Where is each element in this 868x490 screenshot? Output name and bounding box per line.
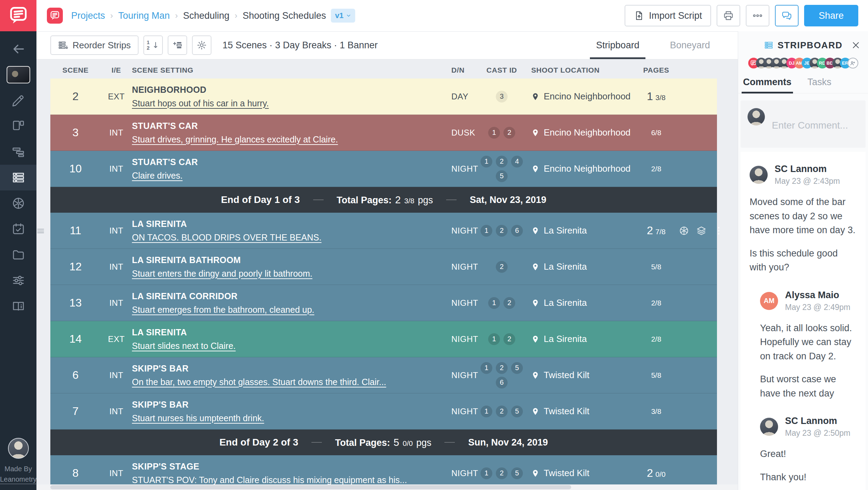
column-header-cast-id: CAST ID bbox=[477, 66, 526, 74]
scene-description-link[interactable]: Stuart slides next to Claire. bbox=[132, 341, 236, 351]
sidebar-item-back[interactable] bbox=[0, 36, 36, 62]
total-pages-label: Total Pages: bbox=[337, 195, 392, 206]
map-pin-icon bbox=[531, 298, 540, 308]
topbar: Projects›Touring Man›Scheduling›Shooting… bbox=[36, 0, 868, 32]
scene-number: 7 bbox=[50, 405, 101, 418]
sidebar-item-camera[interactable] bbox=[0, 190, 36, 216]
sidebar-item-stripboard[interactable] bbox=[0, 165, 36, 190]
print-button[interactable] bbox=[717, 5, 740, 26]
scene-description-link[interactable]: Stuart nurses his umpteenth drink. bbox=[132, 413, 264, 423]
scene-description-link[interactable]: ON TACOS. BLOOD DRIPS OVER THE BEANS. bbox=[132, 232, 322, 243]
share-button[interactable]: Share bbox=[804, 5, 858, 26]
comment-author-name: SC Lannom bbox=[785, 416, 850, 426]
horizontal-scrollbar bbox=[36, 484, 738, 490]
scene-strip-row[interactable]: 2EXTNEIGHBORHOODStuart hops out of his c… bbox=[50, 79, 717, 115]
breadcrumb-item[interactable]: Scheduling bbox=[183, 10, 229, 21]
cast-id-cell: 2 bbox=[477, 261, 526, 273]
pages-cell: 3/8 bbox=[634, 407, 679, 416]
sidebar-item-calendar[interactable] bbox=[0, 216, 36, 242]
share-label: Share bbox=[819, 10, 844, 21]
scene-description-link[interactable]: On the bar, two empty shot glasses. Stua… bbox=[132, 377, 386, 387]
scene-description-link[interactable]: Stuart hops out of his car in a hurry. bbox=[132, 98, 269, 108]
pages-cell: 13/8 bbox=[634, 90, 679, 103]
scene-strip-row[interactable]: 13INTLA SIRENITA CORRIDORStuart emerges … bbox=[50, 285, 717, 321]
panel-tab-comments[interactable]: Comments bbox=[742, 77, 793, 93]
scene-setting-title: LA SIRENITA BATHROOM bbox=[132, 255, 425, 265]
tab-boneyard[interactable]: Boneyard bbox=[654, 31, 725, 59]
sidebar-item-screenplay[interactable] bbox=[0, 113, 36, 139]
pages-cell: 5/8 bbox=[634, 263, 679, 271]
sidebar-item-project-thumbnail[interactable] bbox=[0, 62, 36, 88]
scene-strip-row[interactable]: 11INTLA SIRENITAON TACOS. BLOOD DRIPS OV… bbox=[50, 213, 717, 249]
scene-strip-row[interactable]: 3INTSTUART'S CARStuart drives, grinning.… bbox=[50, 115, 717, 151]
pages-cell: 27/8 bbox=[634, 224, 679, 237]
scene-strip-row[interactable]: 6INTSKIPP'S BAROn the bar, two empty sho… bbox=[50, 357, 717, 393]
panel-tab-tasks[interactable]: Tasks bbox=[806, 77, 833, 93]
more-options-button[interactable] bbox=[746, 5, 769, 26]
scene-description-link[interactable]: Claire drives. bbox=[132, 171, 183, 181]
scene-strip-row[interactable]: 7INTSKIPP'S BARStuart nurses his umpteen… bbox=[50, 393, 717, 430]
scene-description-link[interactable]: Stuart emerges from the bathroom, cleane… bbox=[132, 305, 314, 315]
drag-handle-icon[interactable] bbox=[36, 226, 45, 236]
sort-button[interactable]: 12 bbox=[143, 35, 163, 55]
layers-icon[interactable] bbox=[696, 226, 707, 236]
sidebar-item-shot-lists[interactable] bbox=[0, 139, 36, 165]
scene-int-ext: EXT bbox=[101, 92, 132, 101]
version-badge[interactable]: v1 bbox=[331, 9, 355, 23]
comment-input[interactable] bbox=[771, 108, 859, 140]
add-strip-button[interactable] bbox=[168, 35, 187, 55]
tab-stripboard[interactable]: Stripboard bbox=[581, 31, 655, 59]
color-wheel-icon[interactable] bbox=[679, 226, 689, 236]
shot-list-icon bbox=[11, 145, 25, 159]
sidebar-item-reports[interactable] bbox=[0, 293, 36, 319]
scene-day-night: NIGHT bbox=[436, 226, 477, 236]
total-pages-fraction: 0/0 bbox=[403, 439, 413, 448]
total-pages-fraction: 3/8 bbox=[404, 197, 414, 205]
close-panel-button[interactable] bbox=[851, 41, 860, 50]
map-pin-icon bbox=[531, 262, 540, 272]
breadcrumb-item[interactable]: Touring Man bbox=[118, 10, 170, 21]
scene-setting-title: LA SIRENITA bbox=[132, 327, 425, 337]
made-by-link[interactable]: Leanometry bbox=[0, 475, 37, 484]
breadcrumb-item[interactable]: Shooting Schedules bbox=[243, 10, 326, 21]
project-logo-badge[interactable] bbox=[47, 8, 63, 24]
sidebar-item-write[interactable] bbox=[0, 88, 36, 113]
panel-tabs: CommentsTasks bbox=[738, 77, 868, 93]
sidebar-item-settings[interactable] bbox=[0, 268, 36, 293]
ellipsis-icon bbox=[752, 10, 763, 21]
table-header-row: SCENEI/ESCENE SETTINGD/NCAST IDSHOOT LOC… bbox=[50, 62, 717, 79]
stripboard-settings-button[interactable] bbox=[192, 35, 211, 55]
invite-collaborator-button[interactable] bbox=[848, 58, 858, 68]
scene-description-link[interactable]: Stuart drives, grinning. He glances exci… bbox=[132, 134, 338, 145]
scene-strip-row[interactable]: 12INTLA SIRENITA BATHROOMStuart enters t… bbox=[50, 249, 717, 285]
user-avatar[interactable] bbox=[8, 438, 29, 459]
import-script-button[interactable]: Import Script bbox=[625, 5, 711, 26]
scene-setting-cell: LA SIRENITAON TACOS. BLOOD DRIPS OVER TH… bbox=[132, 219, 436, 243]
scene-strip-row[interactable]: 14EXTLA SIRENITAStuart slides next to Cl… bbox=[50, 321, 717, 357]
reorder-strips-button[interactable]: Reorder Strips bbox=[50, 35, 139, 55]
scene-description-link[interactable]: Stuart enters the dingy and poorly lit b… bbox=[132, 269, 312, 279]
add-strip-icon bbox=[172, 40, 183, 50]
stripboard-icon bbox=[11, 171, 25, 185]
map-pin-icon bbox=[531, 334, 540, 344]
horizontal-scrollbar-thumb[interactable] bbox=[50, 485, 571, 489]
sidebar-item-files[interactable] bbox=[0, 242, 36, 268]
pages-fraction: 6/8 bbox=[651, 129, 661, 137]
kebab-menu-icon[interactable] bbox=[713, 226, 724, 236]
scene-setting-title: LA SIRENITA CORRIDOR bbox=[132, 291, 425, 301]
app-logo[interactable] bbox=[0, 0, 36, 31]
comments-panel: STRIPBOARD DJAMJERDBDER CommentsTasks SC… bbox=[738, 31, 868, 490]
comments-toggle-button[interactable] bbox=[775, 5, 799, 26]
cast-id-chip: 2 bbox=[496, 156, 508, 168]
scene-strip-row[interactable]: 10INTSTUART'S CARClaire drives.NIGHT1245… bbox=[50, 151, 717, 187]
stripboard-main: SCENEI/ESCENE SETTINGD/NCAST IDSHOOT LOC… bbox=[36, 59, 738, 490]
scene-number: 13 bbox=[50, 296, 101, 309]
scene-int-ext: INT bbox=[101, 262, 132, 272]
pages-cell: 20/0 bbox=[634, 467, 679, 480]
scene-description-link[interactable]: STUART'S POV: Tony and Claire discuss hi… bbox=[132, 475, 407, 485]
scene-setting-title: STUART'S CAR bbox=[132, 121, 425, 131]
comment-author-name: Alyssa Maio bbox=[785, 290, 850, 301]
shoot-location-name: La Sirenita bbox=[544, 297, 587, 308]
breadcrumb-item[interactable]: Projects bbox=[71, 10, 105, 21]
scene-setting-cell: NEIGHBORHOODStuart hops out of his car i… bbox=[132, 85, 436, 108]
